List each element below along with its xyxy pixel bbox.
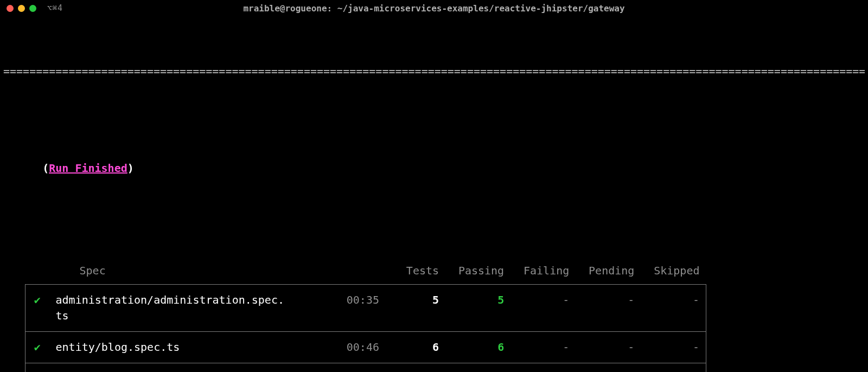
terminal-output[interactable]: ========================================… [0,16,868,372]
divider-line: ========================================… [3,63,865,79]
minimize-window-button[interactable] [18,5,25,12]
maximize-window-button[interactable] [29,5,36,12]
spec-name: administration/administration.spec. ts [49,285,304,332]
col-skipped: Skipped [641,258,706,285]
window-titlebar: ⌥⌘4 mraible@rogueone: ~/java-microservic… [0,0,868,16]
spec-passing: 6 [445,363,510,373]
spec-skipped: - [641,285,706,332]
col-pending: Pending [576,258,641,285]
spec-pending: - [576,332,641,363]
spec-name: entity/blog.spec.ts [49,332,304,363]
window-hotkey-label: ⌥⌘4 [47,3,63,13]
open-paren: ( [42,162,49,175]
spec-passing: 5 [445,285,510,332]
table-row: ✔ entity/blog.spec.ts 00:46 6 6 - - - [25,332,706,363]
spec-passing: 6 [445,332,510,363]
table-header-row: Spec Tests Passing Failing Pending Skipp… [25,258,706,285]
spec-failing: - [510,285,576,332]
col-failing: Failing [510,258,576,285]
window-title: mraible@rogueone: ~/java-microservices-e… [243,3,624,14]
spec-results-table: Spec Tests Passing Failing Pending Skipp… [25,258,706,372]
run-finished-label: Run Finished [49,162,127,175]
col-passing: Passing [445,258,510,285]
spec-tests: 5 [386,285,445,332]
check-icon: ✔ [25,363,49,373]
spec-duration: 00:47 [304,363,386,373]
spec-duration: 00:35 [304,285,386,332]
traffic-lights [7,5,36,12]
close-window-button[interactable] [7,5,14,12]
spec-failing: - [510,363,576,373]
col-spec: Spec [49,258,304,285]
table-row: ✔ administration/administration.spec. ts… [25,285,706,332]
spec-tests: 6 [386,363,445,373]
spec-pending: - [576,363,641,373]
spec-skipped: - [641,332,706,363]
spec-duration: 00:46 [304,332,386,363]
spec-skipped: - [641,363,706,373]
check-icon: ✔ [25,332,49,363]
check-icon: ✔ [25,285,49,332]
spec-pending: - [576,285,641,332]
spec-failing: - [510,332,576,363]
spec-name: entity/post.spec.ts [49,363,304,373]
run-finished-line: (Run Finished) [3,145,865,192]
spec-tests: 6 [386,332,445,363]
table-row: ✔ entity/post.spec.ts 00:47 6 6 - - - [25,363,706,373]
close-paren: ) [127,162,134,175]
col-tests: Tests [386,258,445,285]
